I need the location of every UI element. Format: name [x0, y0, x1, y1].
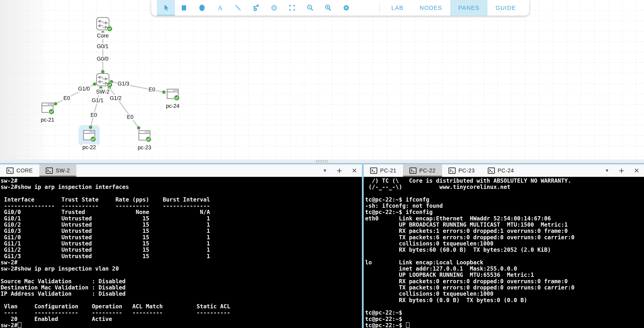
terminal-tab-pc-21[interactable]: PC-21	[364, 165, 403, 177]
terminal-tab-core[interactable]: CORE	[0, 165, 39, 177]
interface-label: G1/2	[109, 95, 122, 101]
lab-workspace: Core SW-2 pc-21 pc-22 pc-23 pc-24G0/1G0/…	[0, 0, 644, 328]
top-tab-panes[interactable]: PANES	[450, 0, 488, 16]
zoom-out-icon	[306, 4, 314, 12]
svg-text:A: A	[218, 4, 222, 12]
zoom-in-icon	[324, 4, 332, 12]
plus-button[interactable]: +	[614, 165, 629, 177]
terminal-screen-pc22[interactable]: /) TC (\ Core is distributed with ABSOLU…	[364, 177, 644, 328]
terminal-line: sw-2#	[0, 178, 362, 184]
terminal-tab-pc-22[interactable]: PC-22	[403, 165, 442, 177]
node-pc-21[interactable]	[41, 102, 54, 114]
plus-button[interactable]: +	[332, 165, 347, 177]
status-ok-icon	[48, 109, 54, 115]
text-icon: A	[216, 4, 224, 12]
interface-label: G1/3	[117, 81, 130, 87]
terminal-line: sw-2#	[0, 322, 362, 328]
node-label-pc-24: pc-24	[165, 103, 180, 109]
tool-ellipse[interactable]	[193, 0, 211, 16]
terminal-line: collisions:0 txqueuelen:1000	[365, 240, 644, 247]
terminal-icon	[46, 168, 53, 174]
caret-down-icon: ▼	[323, 168, 327, 173]
terminal-tab-pc-23[interactable]: PC-23	[442, 165, 481, 177]
status-ok-icon	[106, 82, 112, 88]
top-tab-label: LAB	[391, 5, 404, 11]
horizontal-splitter[interactable]	[0, 159, 644, 163]
tool-rectangle[interactable]	[175, 0, 193, 16]
interface-label: E0	[126, 114, 134, 120]
terminal-tab-label: SW-2	[56, 168, 70, 174]
tool-add-node[interactable]	[247, 0, 265, 16]
node-label-sw-2: SW-2	[95, 89, 110, 95]
terminal-line: Vlan Configuration Operation ACL Match S…	[0, 303, 362, 309]
node-core[interactable]	[96, 17, 110, 32]
tool-zoom-out[interactable]	[301, 0, 319, 16]
interface-label: G1/0	[77, 86, 91, 92]
terminal-icon	[488, 168, 495, 174]
node-status-badge	[106, 82, 112, 89]
terminal-panel-right: PC-21 PC-22 PC-23 PC-24▼+✕ /) TC (\ Core…	[364, 165, 644, 328]
top-nav-tabs: LABNODESPANESGUIDE	[383, 0, 529, 16]
terminal-line: sw-2#	[0, 259, 362, 266]
interface-label: G0/1	[96, 43, 110, 50]
tool-zoom-in[interactable]	[319, 0, 337, 16]
plus-icon: +	[619, 165, 624, 176]
terminal-tab-label: CORE	[16, 168, 33, 174]
close-button[interactable]: ✕	[629, 165, 644, 177]
node-status-badge	[106, 26, 112, 33]
node-status-badge	[90, 136, 96, 143]
caret-down-button[interactable]: ▼	[600, 165, 614, 177]
node-sw-2[interactable]	[96, 73, 110, 88]
terminal-tab-label: PC-23	[458, 168, 475, 174]
caret-down-button[interactable]: ▼	[318, 165, 332, 177]
floating-toolbar: A LABNODESPANESGUIDE	[151, 0, 529, 16]
terminal-line: RX packets:0 errors:0 dropped:0 overruns…	[365, 278, 644, 284]
tool-gear[interactable]	[337, 0, 355, 16]
terminal-line: tc@pc-22:~$	[365, 322, 644, 328]
top-tab-lab[interactable]: LAB	[383, 0, 412, 16]
interface-label: E0	[62, 95, 71, 101]
top-tab-guide[interactable]: GUIDE	[488, 0, 524, 16]
interface-label: E0	[148, 87, 156, 93]
rectangle-icon	[180, 4, 188, 12]
gear-icon	[343, 4, 350, 12]
tool-fullscreen[interactable]	[283, 0, 301, 16]
terminal-line: Gi1/3 Untrusted 15 1	[0, 253, 362, 259]
terminal-tab-sw-2[interactable]: SW-2	[39, 165, 76, 177]
topology-canvas[interactable]: Core SW-2 pc-21 pc-22 pc-23 pc-24G0/1G0/…	[0, 0, 644, 159]
terminal-line: Source Mac Validation : Disabled	[0, 278, 362, 284]
link-endpoint-dot	[137, 126, 140, 130]
vertical-splitter[interactable]	[362, 165, 364, 328]
terminal-line: inet addr:127.0.0.1 Mask:255.0.0.0	[365, 266, 644, 272]
terminal-line	[0, 190, 362, 197]
close-icon: ✕	[634, 167, 639, 175]
top-tab-nodes[interactable]: NODES	[412, 0, 450, 16]
terminal-line: Gi0/2 Untrusted 15 1	[0, 222, 362, 228]
top-tab-label: PANES	[458, 5, 480, 11]
terminal-line: Gi0/1 Untrusted 15 1	[0, 215, 362, 222]
terminal-line: tc@pc-22:~$	[365, 309, 644, 316]
close-button[interactable]: ✕	[347, 165, 362, 177]
terminal-line: Gi1/2 Untrusted 15 1	[0, 247, 362, 253]
node-pc-22[interactable]	[83, 130, 96, 141]
node-status-badge	[48, 109, 54, 115]
terminal-line: sw-2#show ip arp inspection interfaces	[0, 184, 362, 190]
tool-cursor[interactable]	[157, 0, 175, 16]
node-pc-24[interactable]	[166, 89, 179, 100]
tool-text[interactable]: A	[211, 0, 229, 16]
status-ok-icon	[146, 136, 152, 142]
drawing-tools: A	[151, 0, 355, 16]
link-endpoint-dot	[54, 102, 57, 106]
terminal-tab-pc-24[interactable]: PC-24	[481, 165, 520, 177]
terminal-screen-sw2[interactable]: sw-2#sw-2#show ip arp inspection interfa…	[0, 177, 362, 328]
tool-target[interactable]	[265, 0, 283, 16]
plus-icon: +	[337, 165, 342, 176]
tool-line[interactable]	[229, 0, 247, 16]
tabbar-spacer	[76, 165, 318, 177]
link-endpoint-dot	[89, 126, 92, 129]
terminal-line: ---- ------------- --------- --------- -…	[0, 309, 362, 316]
terminal-line: UP LOOPBACK RUNNING MTU:65536 Metric:1	[365, 272, 644, 278]
node-pc-23[interactable]	[138, 130, 151, 142]
drag-handle-icon[interactable]	[316, 160, 329, 162]
ellipse-icon	[198, 4, 206, 12]
